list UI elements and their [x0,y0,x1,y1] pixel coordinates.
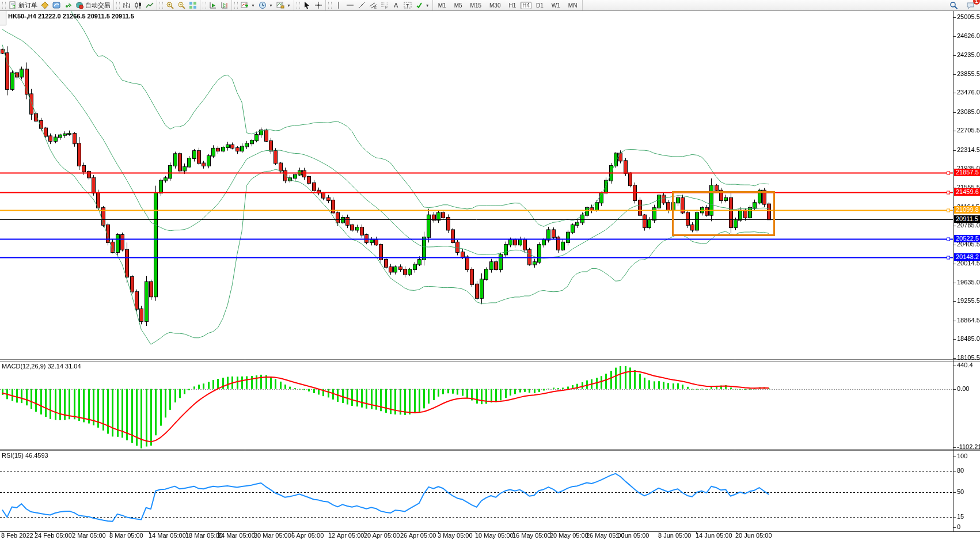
timeframe-button-h4[interactable]: H4 [521,2,531,9]
trendline-icon [358,1,366,9]
chevron-down-icon: ▼ [426,3,430,7]
line-chart-icon [146,1,154,9]
market-watch-icon [41,1,49,9]
toolbar: 新订单自动交易▼▼▼EFAT▼M1M5M15M30H1H4D1W1MN1 [0,0,980,11]
toolbar-grip[interactable] [2,2,6,9]
timeframe-button-w1[interactable]: W1 [548,1,564,10]
channel-icon: E [369,1,377,9]
fibonacci-icon: F [381,1,389,9]
zoom-in-icon [166,1,174,9]
toolbar-grip[interactable] [159,2,163,9]
svg-text:E: E [374,6,377,9]
chart-window: HK50-,H4 21222.0 21266.5 20911.5 20911.5… [0,10,980,540]
bar-chart-icon [123,1,131,9]
svg-text:F: F [385,5,388,9]
svg-text:T: T [406,3,409,9]
data-window-button[interactable] [51,1,62,10]
navigator-button[interactable] [62,1,74,10]
text-label-button[interactable]: T [402,1,413,10]
market-watch-button[interactable] [39,1,51,10]
toolbar-group-trade: 新订单自动交易 [0,0,114,10]
indicators-button[interactable]: ▼ [239,1,257,10]
chevron-down-icon: ▼ [269,3,273,7]
toolbar-right-icons: 1 [948,1,977,10]
autotrade-icon [75,1,83,9]
periods-button[interactable]: ▼ [257,1,275,10]
candlestick-chart-button[interactable] [132,1,144,10]
toolbar-group-insert: ▼▼▼ [232,0,294,10]
toolbar-grip[interactable] [234,2,238,9]
toolbar-grip[interactable] [297,2,300,9]
timeframe-button-h1[interactable]: H1 [505,1,519,10]
timeframe-button-mn[interactable]: MN [565,1,581,10]
zoom-out-icon [177,1,185,9]
auto-scroll-button[interactable] [207,1,219,10]
chevron-down-icon: ▼ [287,3,291,7]
navigator-icon [64,1,72,9]
line-chart-button[interactable] [144,1,155,10]
notification-badge: 1 [973,0,980,5]
toolbar-grip[interactable] [328,2,332,9]
new-order-button-label: 新订单 [18,1,37,10]
candle-chart-icon [134,1,142,9]
toolbar-group-zoom [157,0,200,10]
horizontal-line-button[interactable] [344,1,356,10]
timeframe-button-d1[interactable]: D1 [533,1,547,10]
bar-chart-button[interactable] [121,1,132,10]
data-window-icon [52,1,60,9]
arrows-icon [415,1,423,9]
zoom-in-button[interactable] [164,1,176,10]
new-order-button[interactable]: 新订单 [7,1,39,10]
periods-icon [259,1,267,9]
new-order-icon [9,1,17,9]
svg-text:A: A [394,2,398,9]
toolbar-group-chart-type [114,0,157,10]
vertical-line-icon [335,1,343,9]
trading-terminal-window: 新订单自动交易▼▼▼EFAT▼M1M5M15M30H1H4D1W1MN1 HK5… [0,0,980,540]
chevron-down-icon: ▼ [251,3,255,7]
crosshair-icon [314,1,322,9]
timeframe-button-m5[interactable]: M5 [451,1,466,10]
auto-scroll-icon [209,1,217,9]
crosshair-button[interactable] [313,1,324,10]
chart-shift-icon [221,1,229,9]
text-button[interactable]: A [390,1,402,10]
chart-shift-button[interactable] [219,1,230,10]
templates-button[interactable]: ▼ [275,1,293,10]
zoom-out-button[interactable] [176,1,187,10]
toolbar-group-scroll [200,0,232,10]
autotrade-button-label: 自动交易 [85,1,111,10]
toolbar-group-cursor [294,0,326,10]
equidistant-channel-button[interactable]: E [367,1,379,10]
autotrade-button[interactable]: 自动交易 [74,1,112,10]
vertical-line-button[interactable] [333,1,344,10]
text-icon: A [392,1,400,9]
cursor-button[interactable] [301,1,313,10]
timeframe-button-m30[interactable]: M30 [486,1,504,10]
indicators-icon [241,1,249,9]
tile-windows-button[interactable] [187,1,199,10]
arrows-button[interactable]: ▼ [413,1,431,10]
price-chart-canvas[interactable] [0,0,980,540]
notifications-button[interactable]: 1 [964,1,977,10]
toolbar-grip[interactable] [203,2,206,9]
trendline-button[interactable] [356,1,367,10]
text-label-icon: T [404,1,412,9]
fibonacci-button[interactable]: F [379,1,390,10]
toolbar-group-objects: EFAT▼ [326,0,433,10]
horizontal-line-icon [346,1,354,9]
search-button[interactable] [948,1,960,10]
templates-icon [276,1,284,9]
timeframe-button-m1[interactable]: M1 [435,1,450,10]
timeframe-button-m15[interactable]: M15 [467,1,485,10]
toolbar-group-timeframes: M1M5M15M30H1H4D1W1MN [433,0,583,10]
toolbar-grip[interactable] [116,2,120,9]
cursor-icon [303,1,311,9]
tile-windows-icon [189,1,197,9]
